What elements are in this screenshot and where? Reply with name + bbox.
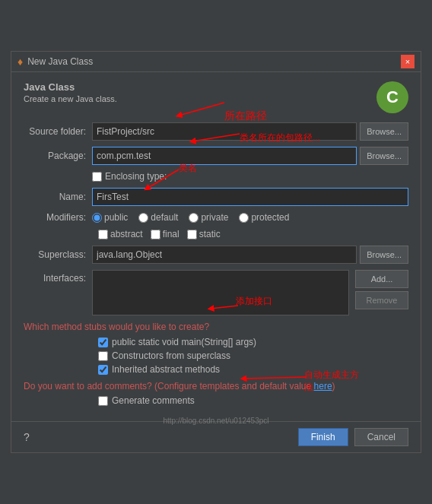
modifier-checks-row: abstract final static [98, 229, 408, 239]
comments-section: Do you want to add comments? (Configure … [24, 381, 408, 406]
title-bar-title: New Java Class [27, 56, 93, 67]
dialog-header: Java Class Create a new Java class. C [24, 81, 408, 113]
name-row: Name: [24, 188, 408, 206]
generate-comments-label: Generate comments [112, 395, 195, 406]
comments-link[interactable]: here [314, 381, 332, 391]
dialog-body: Java Class Create a new Java class. C So… [11, 72, 421, 421]
stubs-section: Which method stubs would you like to cre… [24, 322, 408, 375]
package-row: Package: Browse... [24, 147, 408, 165]
modifiers-row: Modifiers: public default private protec… [24, 212, 408, 223]
cancel-button[interactable]: Cancel [354, 428, 408, 446]
modifiers-radio-group: public default private protected [92, 212, 408, 223]
java-class-icon: C [376, 81, 408, 113]
stub-main-row: public static void main(String[] args) [98, 337, 408, 347]
enclosing-type-row: Enclosing type: [24, 171, 408, 182]
stub-constructor-checkbox[interactable] [98, 351, 108, 361]
source-folder-input[interactable] [92, 122, 357, 141]
superclass-row: Superclass: Browse... [24, 246, 408, 264]
close-button[interactable]: × [401, 55, 415, 68]
stub-inherited-label: Inherited abstract methods [112, 364, 220, 375]
name-input[interactable] [92, 188, 408, 206]
package-label: Package: [24, 151, 92, 161]
interfaces-label: Interfaces: [24, 270, 92, 284]
modifier-default[interactable]: default [138, 212, 178, 223]
superclass-input[interactable] [92, 246, 357, 264]
stub-main-checkbox[interactable] [98, 338, 108, 347]
source-folder-browse-button[interactable]: Browse... [360, 122, 408, 141]
dialog-header-text: Java Class Create a new Java class. [24, 81, 117, 103]
dialog-footer: ? Finish Cancel [11, 421, 421, 452]
footer-left: ? [24, 431, 292, 443]
modifier-private[interactable]: private [189, 212, 228, 223]
enclosing-type-checkbox[interactable] [92, 172, 102, 182]
finish-button[interactable]: Finish [298, 428, 348, 446]
dialog-subtitle: Create a new Java class. [24, 94, 117, 103]
interfaces-buttons: Add... Remove [352, 270, 408, 309]
stub-inherited-row: Inherited abstract methods [98, 364, 408, 375]
stub-constructor-label: Constructors from superclass [112, 350, 230, 361]
modifiers-label: Modifiers: [24, 212, 92, 223]
modifier-public[interactable]: public [92, 212, 128, 223]
stubs-title: Which method stubs would you like to cre… [24, 322, 408, 332]
interfaces-remove-button: Remove [355, 291, 408, 309]
superclass-browse-button[interactable]: Browse... [360, 246, 408, 264]
interfaces-textarea[interactable] [92, 270, 349, 315]
abstract-check[interactable]: abstract [98, 229, 143, 239]
package-input[interactable] [92, 147, 357, 165]
stub-constructor-row: Constructors from superclass [98, 350, 408, 361]
source-folder-row: Source folder: Browse... [24, 122, 408, 141]
stub-main-label: public static void main(String[] args) [112, 337, 256, 347]
generate-comments-row: Generate comments [98, 395, 408, 406]
interfaces-add-button[interactable]: Add... [355, 270, 408, 288]
source-folder-label: Source folder: [24, 126, 92, 137]
superclass-label: Superclass: [24, 249, 92, 260]
dialog-title: Java Class [24, 81, 117, 93]
enclosing-type-label: Enclosing type: [105, 171, 167, 182]
package-browse-button[interactable]: Browse... [360, 147, 408, 165]
dialog-icon: ♦ [17, 55, 23, 68]
generate-comments-checkbox[interactable] [98, 396, 108, 406]
new-java-class-dialog: ♦ New Java Class × Java Class Create a n… [11, 51, 421, 453]
stub-inherited-checkbox[interactable] [98, 365, 108, 375]
name-label: Name: [24, 192, 92, 202]
interfaces-row: Interfaces: Add... Remove [24, 270, 408, 315]
final-check[interactable]: final [151, 229, 179, 239]
help-icon[interactable]: ? [24, 431, 30, 443]
modifier-protected[interactable]: protected [239, 212, 289, 223]
title-bar: ♦ New Java Class × [11, 52, 421, 72]
comments-text: Do you want to add comments? (Configure … [24, 381, 408, 391]
static-check[interactable]: static [187, 229, 221, 239]
